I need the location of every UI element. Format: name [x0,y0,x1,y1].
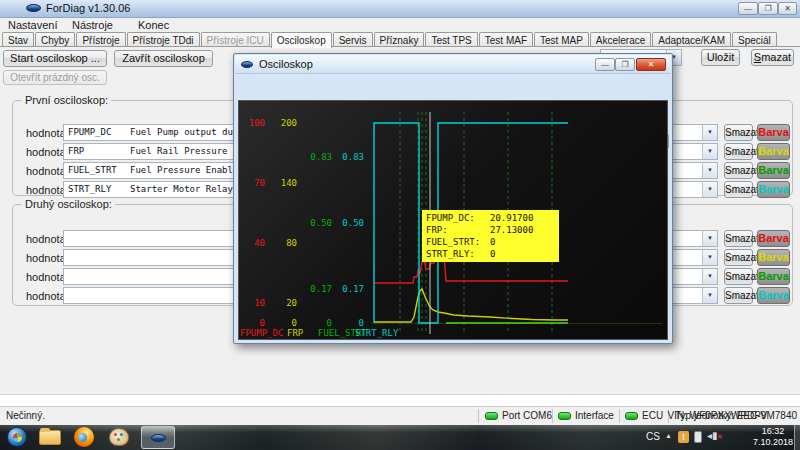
paint-icon[interactable] [109,428,129,446]
scope-tooltip: FPUMP_DC:20.91700 FRP:27.13000 FUEL_STRT… [422,210,559,262]
tab-strip: StavChybyPřístrojePřístroje TDdiPřístroj… [2,32,798,47]
trace-frp [374,289,568,322]
tab-p-stroje-tddi[interactable]: Přístroje TDdi [127,32,200,47]
start-osciloskop-button[interactable]: Start osciloskop ... [3,50,107,67]
scale-tick-fuel_strt: 0 [298,318,332,328]
tab-akcelerace[interactable]: Akcelerace [590,32,651,47]
barva-button[interactable]: Barva [757,143,790,160]
smazat-row-button[interactable]: Smazat [724,230,753,247]
tab-stav[interactable]: Stav [2,32,34,47]
smazat-row-button[interactable]: Smazat [724,162,753,179]
barva-button[interactable]: Barva [757,268,790,285]
tooltip-value: 0 [490,249,495,259]
scope-display[interactable]: 1007040100200140802000.830.500.1700.830.… [238,100,668,340]
taskbar-clock[interactable]: 16:32 7.10.2018 [750,426,796,448]
smazat-row-button[interactable]: Smazat [724,143,753,160]
scope-minimize-button[interactable]: — [595,58,615,71]
scale-tick-fpump_dc: 0 [231,318,265,328]
smazat-row-button[interactable]: Smazat [724,249,753,266]
smazat-preset-button[interactable]: Smazat [751,49,794,66]
scope-titlebar: Osciloskop — ❐ ✕ [235,55,671,74]
chevron-down-icon[interactable]: ▼ [702,163,717,178]
smazat-row-button[interactable]: Smazat [724,124,753,141]
minimize-button[interactable]: — [738,2,758,15]
oscilloscope-window: Osciloskop — ❐ ✕ Start oscil. Stop oscil… [233,53,673,344]
log-strip [0,394,800,406]
chevron-down-icon[interactable]: ▼ [702,250,717,265]
otevrit-prazdny-button[interactable]: Otevřít prázdný osc. [3,70,107,85]
chevron-down-icon[interactable]: ▼ [702,269,717,284]
tab-servis[interactable]: Servis [333,32,373,47]
pid-name: FPUMP_DC [68,127,111,137]
smazat-row-button[interactable]: Smazat [724,268,753,285]
scale-tick-fpump_dc: 10 [231,298,265,308]
tooltip-label: FRP: [426,225,448,235]
language-indicator[interactable]: CS [646,431,660,442]
tray-expand-icon[interactable]: ▲ [665,432,672,439]
tab-p-stroje-icu: Přístroje ICU [201,32,270,47]
fordiag-taskbar-button[interactable] [141,426,175,449]
explorer-icon[interactable] [39,430,61,445]
tab-p-stroje[interactable]: Přístroje [76,32,125,47]
tooltip-value: 0 [490,237,495,247]
chevron-down-icon[interactable]: ▼ [702,231,717,246]
smazat-row-button[interactable]: Smazat [724,181,753,198]
pid-name: STRT_RLY [68,184,111,194]
scale-tick-fuel_strt: 0.83 [298,152,332,162]
tooltip-value: 27.13000 [490,225,533,235]
barva-button[interactable]: Barva [757,249,790,266]
scope-close-button[interactable]: ✕ [636,58,666,71]
tab-test-tps[interactable]: Test TPS [425,32,477,47]
tab-p-znaky[interactable]: Příznaky [374,32,425,47]
scale-tick-strt_rly: 0.83 [330,152,364,162]
tab-chyby[interactable]: Chyby [35,32,75,47]
port-led [485,412,498,420]
tab-test-map[interactable]: Test MAP [534,32,589,47]
scale-tick-frp: 80 [263,238,297,248]
start-button[interactable] [7,427,27,447]
tray-speaker-muted-icon[interactable]: ◂▮× [707,430,722,441]
scale-tick-strt_rly: 0 [330,318,364,328]
tooltip-label: FPUMP_DC: [426,213,475,223]
windows-flag-icon [13,433,22,442]
close-button[interactable]: ✕ [778,2,797,15]
smazat-row-button[interactable]: Smazat [724,287,753,304]
barva-button[interactable]: Barva [757,230,790,247]
tooltip-label: FUEL_STRT: [426,237,480,247]
chevron-down-icon[interactable]: ▼ [702,144,717,159]
tab-baseline [0,46,800,47]
chevron-down-icon[interactable]: ▼ [702,288,717,303]
window-title: ForDiag v1.30.06 [46,2,130,14]
tray-device-icon[interactable] [694,431,702,443]
chevron-down-icon[interactable]: ▼ [702,125,717,140]
maximize-button[interactable]: ❐ [758,2,778,15]
status-state: Nečinný. [6,410,45,421]
chevron-down-icon[interactable]: ▼ [702,182,717,197]
tray-warning-icon[interactable]: ! [678,431,689,443]
tab-adaptace-kam[interactable]: Adaptace/KAM [652,32,731,47]
show-desktop-button[interactable] [794,425,800,450]
interface-led [558,412,571,420]
scale-tick-frp: 200 [263,118,297,128]
tab-test-maf[interactable]: Test MAF [479,32,533,47]
pid-name: FRP [68,146,84,156]
menu-nastaveni[interactable]: Nastavení [8,19,58,31]
zavrit-osciloskop-button[interactable]: Zavřít osciloskop [114,50,213,67]
scale-tick-frp: 0 [263,318,297,328]
status-vin: VIN: WF0PXXWPDP9M7840 [668,410,797,421]
tooltip-value: 20.91700 [490,213,533,223]
scale-tick-fpump_dc: 70 [231,178,265,188]
barva-button[interactable]: Barva [757,124,790,141]
tab-osciloskop[interactable]: Osciloskop [271,32,332,48]
menu-konec[interactable]: Konec [138,19,169,31]
firefox-icon[interactable] [74,427,94,447]
barva-button[interactable]: Barva [757,162,790,179]
barva-button[interactable]: Barva [757,287,790,304]
app-icon [26,4,41,12]
status-ecu: ECU [642,410,663,421]
scope-maximize-button[interactable]: ❐ [615,58,635,71]
ulozit-button[interactable]: Uložit [701,49,740,66]
tab-speci-l[interactable]: Speciál [732,32,777,47]
menu-nastroje[interactable]: Nástroje [72,19,113,31]
barva-button[interactable]: Barva [757,181,790,198]
